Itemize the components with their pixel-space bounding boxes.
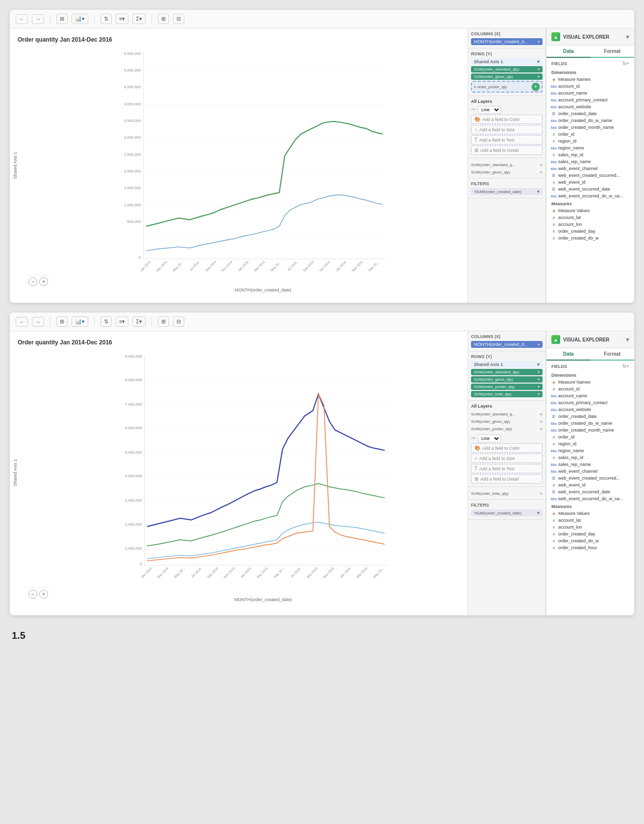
chart-view-button[interactable]: 📊▾: [72, 14, 88, 24]
filter-btn-4[interactable]: ⊟: [173, 316, 184, 327]
ve-field-order-created-date-top[interactable]: 🗓 order_created_date: [546, 110, 634, 117]
ve-field-account-primary-bottom[interactable]: Abc account_primary_contact: [546, 399, 634, 406]
sigma-button[interactable]: Σ▾: [132, 14, 146, 24]
back-button[interactable]: ←: [16, 14, 28, 24]
ve-chevron-top[interactable]: ▾: [626, 33, 629, 41]
filter-btn-1[interactable]: ⊞: [158, 14, 169, 24]
ve-field-order-created-day-top[interactable]: # order_created_day: [546, 228, 634, 235]
ve-field-measure-names-bottom[interactable]: ◈ Measure Names: [546, 379, 634, 386]
ve-field-web-event-occurred-top[interactable]: 🗓 web_event_created_occurred...: [546, 172, 634, 179]
ve-field-account-lat-bottom[interactable]: # account_lat: [546, 517, 634, 524]
ve-scroll-bottom[interactable]: Dimensions ◈ Measure Names # account_id …: [546, 371, 634, 615]
ve-field-measure-values-top[interactable]: ◈ Measure Values: [546, 207, 634, 214]
filter-pill-top[interactable]: YEAR(order_created_date) ▾: [471, 188, 543, 195]
sigma-button-bottom[interactable]: Σ▾: [132, 316, 146, 327]
ve-field-order-created-date-bottom[interactable]: 🗓 order_created_date: [546, 413, 634, 420]
ve-field-account-name-bottom[interactable]: Abc account_name: [546, 392, 634, 399]
ve-scroll-top[interactable]: Dimensions ◈ Measure Names Abc account_i…: [546, 68, 634, 303]
ve-field-web-event-channel-bottom[interactable]: Abc web_event_channel: [546, 468, 634, 475]
ve-field-order-created-hour-bottom[interactable]: # order_created_hour: [546, 544, 634, 551]
pivot-button[interactable]: ⇅: [100, 14, 112, 24]
ve-field-order-id-top[interactable]: # order_id: [546, 131, 634, 138]
green-plus-top[interactable]: +: [532, 83, 540, 91]
row-field-2-top-editing[interactable]: # order_poster_qty +: [471, 81, 543, 93]
ve-fx-btn-top[interactable]: fx+: [622, 61, 629, 66]
tab-format-top[interactable]: Format: [591, 46, 635, 57]
filter-pill-bottom[interactable]: YEAR(order_created_date) ▾: [471, 509, 543, 516]
ve-field-web-event-occ-date-top[interactable]: 🗓 web_event_occurred_date: [546, 186, 634, 193]
ve-field-account-primary-top[interactable]: Abc account_primary_contact: [546, 97, 634, 103]
ve-field-web-event-id-top[interactable]: # web_event_id: [546, 179, 634, 186]
mark-type-select-bottom[interactable]: Line Bar Point: [478, 435, 501, 442]
ve-field-region-id-bottom[interactable]: # region_id: [546, 440, 634, 447]
ve-field-order-created-dow-bottom[interactable]: # order_created_do_w: [546, 537, 634, 544]
filter-btn-3[interactable]: ⊞: [158, 316, 169, 327]
forward-button[interactable]: →: [32, 14, 44, 24]
ve-field-sales-rep-name-top[interactable]: Abc sales_rep_name: [546, 158, 634, 165]
table-view-button[interactable]: ⊞: [56, 14, 68, 24]
row-field-0-top[interactable]: SUM(order_standard_qty) ▾: [471, 66, 543, 73]
ve-field-sales-rep-name-bottom[interactable]: Abc sales_rep_name: [546, 461, 634, 468]
ve-fx-btn-bottom[interactable]: fx+: [622, 364, 629, 369]
ve-field-order-dow-name-bottom[interactable]: Abc order_created_do_w_name: [546, 420, 634, 427]
shared-axis-top[interactable]: Shared Axis 1 ▾: [471, 58, 543, 65]
row-field-3-bottom[interactable]: SUM(order_total_qty) ▾: [471, 391, 543, 397]
ve-field-web-event-occurred-bottom[interactable]: 🗓 web_event_created_occurred...: [546, 475, 634, 482]
ve-field-sales-rep-id-top[interactable]: # sales_rep_id: [546, 151, 634, 158]
add-color-top[interactable]: 🎨 Add a field to Color: [471, 115, 543, 124]
ve-field-account-name-top[interactable]: Abc account_name: [546, 90, 634, 97]
tab-data-top[interactable]: Data: [546, 46, 591, 58]
row-field-0-bottom[interactable]: SUM(order_standard_qty) ▾: [471, 369, 543, 375]
row-field-2-bottom[interactable]: SUM(order_poster_qty) ▾: [471, 384, 543, 390]
ve-field-measure-names-top[interactable]: ◈ Measure Names: [546, 76, 634, 83]
ve-field-account-id-top[interactable]: Abc account_id: [546, 83, 634, 90]
ve-field-region-name-bottom[interactable]: Abc region_name: [546, 447, 634, 454]
ve-field-account-lon-bottom[interactable]: # account_lon: [546, 524, 634, 531]
ve-field-account-lon-top[interactable]: # account_lon: [546, 221, 634, 228]
table-view-button-bottom[interactable]: ⊞: [56, 316, 68, 327]
add-text-top[interactable]: T Add a field to Text: [471, 135, 543, 145]
ve-field-region-id-top[interactable]: # region_id: [546, 138, 634, 145]
ve-chevron-bottom[interactable]: ▾: [626, 336, 629, 343]
sort-button-bottom[interactable]: ≡▾: [116, 316, 128, 327]
ve-field-order-month-name-top[interactable]: Abc order_created_month_name: [546, 124, 634, 131]
ve-field-order-created-day-bottom[interactable]: # order_created_day: [546, 531, 634, 537]
ve-field-account-website-bottom[interactable]: Abc account_website: [546, 406, 634, 413]
ve-field-order-id-bottom[interactable]: # order_id: [546, 434, 634, 440]
zoom-in-top[interactable]: +: [39, 277, 48, 286]
add-size-bottom[interactable]: ○ Add a field to Size: [471, 454, 543, 463]
add-detail-top[interactable]: ⊞ Add a field to Detail: [471, 145, 543, 155]
ve-field-order-created-dow-top[interactable]: # order_created_do_w: [546, 235, 634, 242]
forward-button-bottom[interactable]: →: [32, 317, 44, 327]
ve-field-account-lat-top[interactable]: # account_lat: [546, 214, 634, 221]
filter-btn-2[interactable]: ⊟: [173, 14, 184, 24]
row-field-1-bottom[interactable]: SUM(order_gloss_qty) ▾: [471, 376, 543, 383]
shared-axis-bottom[interactable]: Shared Axis 1 ▾: [471, 361, 543, 368]
ve-field-order-month-name-bottom[interactable]: Abc order_created_month_name: [546, 427, 634, 434]
ve-field-account-website-top[interactable]: Abc account_website: [546, 103, 634, 110]
pivot-button-bottom[interactable]: ⇅: [100, 316, 112, 327]
add-size-top[interactable]: ○ Add a field to Size: [471, 125, 543, 134]
add-text-bottom[interactable]: T Add a field to Text: [471, 464, 543, 473]
back-button-bottom[interactable]: ←: [16, 317, 28, 327]
zoom-in-bottom[interactable]: +: [39, 590, 48, 599]
add-color-bottom[interactable]: 🎨 Add a field to Color: [471, 443, 543, 453]
chart-view-button-bottom[interactable]: 📊▾: [72, 316, 88, 327]
sort-button[interactable]: ≡▾: [116, 14, 128, 24]
ve-field-measure-values-bottom[interactable]: ◈ Measure Values: [546, 510, 634, 517]
add-detail-bottom[interactable]: ⊞ Add a field to Detail: [471, 474, 543, 484]
tab-format-bottom[interactable]: Format: [591, 348, 635, 360]
mark-type-select-top[interactable]: Line Bar Point: [478, 106, 501, 114]
ve-field-region-name-top[interactable]: Abc region_name: [546, 145, 634, 151]
zoom-out-bottom[interactable]: −: [28, 590, 37, 599]
ve-field-web-event-dow-bottom[interactable]: Abc web_event_occurred_do_w_na...: [546, 495, 634, 502]
ve-field-web-event-occ-date-bottom[interactable]: 🗓 web_event_occurred_date: [546, 488, 634, 495]
ve-field-sales-rep-id-bottom[interactable]: # sales_rep_id: [546, 454, 634, 461]
columns-field-top[interactable]: MONTH(order_created_d... ▾: [471, 38, 543, 45]
ve-field-web-event-id-bottom[interactable]: # web_event_id: [546, 482, 634, 488]
row-field-1-top[interactable]: SUM(order_gloss_qty) ▾: [471, 73, 543, 80]
columns-field-bottom[interactable]: MONTH(order_created_d... ▾: [471, 341, 543, 348]
ve-field-web-event-channel-top[interactable]: Abc web_event_channel: [546, 165, 634, 172]
ve-field-order-dow-name-top[interactable]: Abc order_created_do_w_name: [546, 117, 634, 124]
zoom-out-top[interactable]: −: [28, 277, 37, 286]
